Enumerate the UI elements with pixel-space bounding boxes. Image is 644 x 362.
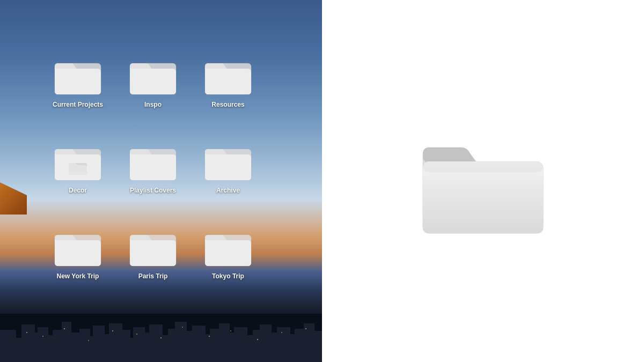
- awning-decoration: [0, 182, 27, 215]
- folder-archive[interactable]: Archive: [193, 139, 263, 220]
- folder-icon-decor: [54, 139, 102, 182]
- svg-point-57: [209, 336, 210, 337]
- folder-icon-archive: [204, 139, 252, 182]
- folder-icon-paris-trip: [129, 225, 177, 268]
- folder-label-resources: Resources: [211, 101, 244, 108]
- svg-rect-64: [423, 161, 543, 172]
- svg-point-52: [88, 340, 89, 341]
- folder-label-tokyo-trip: Tokyo Trip: [212, 272, 244, 280]
- folder-icon-new-york-trip: [54, 225, 102, 268]
- folder-label-inspo: Inspo: [144, 101, 162, 108]
- folder-label-playlist-covers: Playlist Covers: [130, 187, 176, 194]
- svg-point-51: [64, 328, 65, 329]
- desktop-panel: Current Projects Inspo Resources: [0, 0, 322, 362]
- folder-icon-playlist-covers: [129, 139, 177, 182]
- folder-label-archive: Archive: [216, 187, 240, 194]
- right-panel: [322, 0, 644, 362]
- svg-point-56: [182, 327, 183, 328]
- svg-point-60: [281, 332, 282, 333]
- folder-tokyo-trip[interactable]: Tokyo Trip: [193, 225, 263, 306]
- folder-playlist-covers[interactable]: Playlist Covers: [118, 139, 188, 220]
- svg-point-50: [42, 336, 43, 337]
- folder-icon-resources: [204, 54, 252, 97]
- folder-label-decor: Decor: [69, 187, 87, 194]
- large-folder: [419, 125, 547, 238]
- folder-icon-current-projects: [54, 54, 102, 97]
- svg-point-49: [26, 332, 27, 333]
- folder-label-current-projects: Current Projects: [53, 101, 103, 108]
- folders-grid: Current Projects Inspo Resources: [43, 54, 263, 306]
- folder-label-paris-trip: Paris Trip: [138, 272, 168, 280]
- folder-inspo[interactable]: Inspo: [118, 54, 188, 134]
- folder-decor[interactable]: Decor: [43, 139, 113, 220]
- svg-point-55: [160, 337, 162, 338]
- svg-rect-48: [312, 331, 322, 362]
- svg-point-58: [230, 330, 231, 331]
- folder-paris-trip[interactable]: Paris Trip: [118, 225, 188, 306]
- svg-point-59: [257, 339, 258, 340]
- svg-rect-63: [423, 161, 543, 233]
- folder-current-projects[interactable]: Current Projects: [43, 54, 113, 134]
- folder-icon-tokyo-trip: [204, 225, 252, 268]
- svg-point-61: [305, 328, 306, 329]
- svg-point-54: [136, 334, 137, 335]
- folder-label-new-york-trip: New York Trip: [57, 272, 99, 280]
- folder-icon-inspo: [129, 54, 177, 97]
- folder-new-york-trip[interactable]: New York Trip: [43, 225, 113, 306]
- folder-resources[interactable]: Resources: [193, 54, 263, 134]
- cityscape: [0, 314, 322, 362]
- svg-point-53: [112, 330, 113, 331]
